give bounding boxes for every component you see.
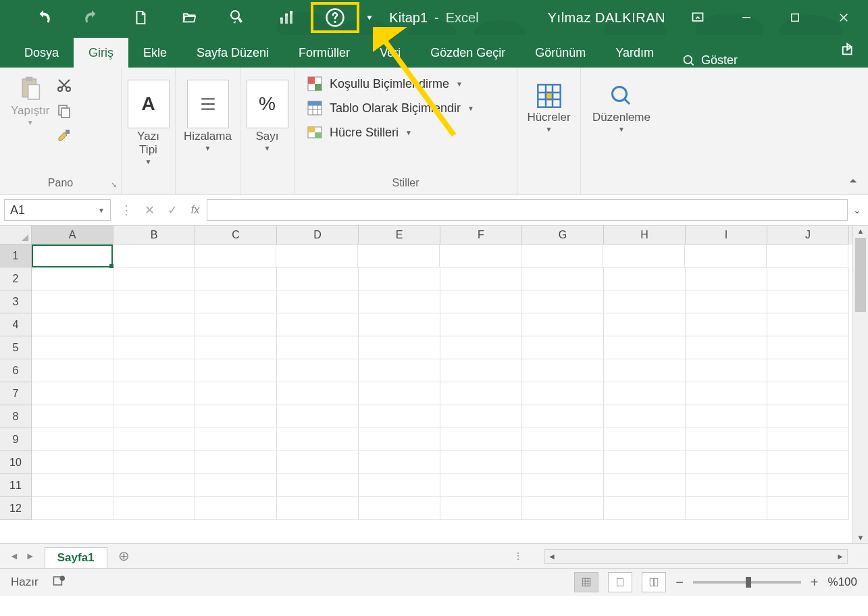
cell-F2[interactable] (440, 267, 522, 290)
row-header-6[interactable]: 6 (0, 359, 32, 382)
cell-I7[interactable] (686, 382, 767, 405)
open-file-button[interactable] (165, 0, 213, 35)
select-all-button[interactable] (0, 226, 32, 245)
zoom-out-button[interactable]: − (675, 575, 684, 590)
macro-record-button[interactable] (52, 575, 66, 590)
cell-C8[interactable] (195, 405, 277, 428)
cell-F4[interactable] (440, 313, 522, 336)
tab-ekle[interactable]: Ekle (128, 38, 182, 68)
cell-D12[interactable] (277, 497, 359, 520)
ribbon-display-button[interactable] (673, 0, 722, 35)
paste-button[interactable]: Yapıştır ▼ (7, 73, 53, 129)
cell-J4[interactable] (767, 313, 849, 336)
cells-button[interactable]: Hücreler ▼ (523, 80, 574, 136)
cell-D2[interactable] (277, 267, 359, 290)
cell-E12[interactable] (359, 497, 440, 520)
cell-G2[interactable] (522, 267, 604, 290)
cell-J11[interactable] (767, 474, 849, 497)
cell-H8[interactable] (604, 405, 686, 428)
row-header-7[interactable]: 7 (0, 382, 32, 405)
touch-mode-button[interactable] (213, 0, 262, 35)
cancel-formula-button[interactable]: ✕ (138, 203, 161, 217)
cell-J10[interactable] (767, 451, 849, 474)
cell-E9[interactable] (359, 428, 440, 451)
cell-C6[interactable] (195, 359, 277, 382)
column-header-B[interactable]: B (113, 226, 195, 245)
cell-I5[interactable] (686, 336, 767, 359)
zoom-in-button[interactable]: + (811, 575, 819, 590)
cell-B9[interactable] (113, 428, 195, 451)
cell-D8[interactable] (277, 405, 359, 428)
cell-G12[interactable] (522, 497, 604, 520)
cell-E10[interactable] (359, 451, 440, 474)
cell-H12[interactable] (604, 497, 686, 520)
tab-veri[interactable]: Veri (365, 38, 415, 68)
tab-dosya[interactable]: Dosya (9, 38, 74, 68)
tab-gorunum[interactable]: Görünüm (520, 38, 601, 68)
tab-sayfa-duzeni[interactable]: Sayfa Düzeni (182, 38, 284, 68)
expand-formula-bar-button[interactable]: ⌄ (853, 205, 861, 215)
new-sheet-button[interactable]: ⊕ (118, 548, 130, 564)
cell-C3[interactable] (195, 290, 277, 313)
column-header-C[interactable]: C (195, 226, 277, 245)
row-header-3[interactable]: 3 (0, 290, 32, 313)
cell-A8[interactable] (32, 405, 113, 428)
cell-J7[interactable] (767, 382, 849, 405)
cell-E4[interactable] (359, 313, 440, 336)
maximize-button[interactable] (771, 0, 819, 35)
close-button[interactable] (819, 0, 868, 35)
cell-F11[interactable] (440, 474, 522, 497)
column-header-G[interactable]: G (522, 226, 604, 245)
scroll-left-button[interactable]: ◄ (545, 552, 559, 561)
cell-B1[interactable] (113, 245, 195, 267)
minimize-button[interactable] (722, 0, 771, 35)
row-header-11[interactable]: 11 (0, 474, 32, 497)
cell-B11[interactable] (113, 474, 195, 497)
cell-F1[interactable] (440, 245, 521, 267)
cell-G5[interactable] (522, 336, 604, 359)
cell-J9[interactable] (767, 428, 849, 451)
column-header-F[interactable]: F (440, 226, 522, 245)
tell-me-search[interactable]: Göster (682, 53, 738, 68)
cell-B3[interactable] (113, 290, 195, 313)
cell-A3[interactable] (32, 290, 113, 313)
insert-function-button[interactable]: fx (184, 204, 207, 216)
cell-J5[interactable] (767, 336, 849, 359)
cell-J2[interactable] (767, 267, 849, 290)
tab-giris[interactable]: Giriş (74, 38, 128, 68)
help-button[interactable] (311, 0, 359, 35)
cell-I1[interactable] (685, 245, 767, 267)
cell-I3[interactable] (686, 290, 767, 313)
cell-D3[interactable] (277, 290, 359, 313)
cell-F12[interactable] (440, 497, 522, 520)
cell-G11[interactable] (522, 474, 604, 497)
cell-E7[interactable] (359, 382, 440, 405)
copy-button[interactable] (56, 103, 75, 122)
zoom-slider[interactable] (693, 581, 801, 584)
cell-F10[interactable] (440, 451, 522, 474)
cell-A10[interactable] (32, 451, 113, 474)
cell-I4[interactable] (686, 313, 767, 336)
cell-A2[interactable] (32, 267, 113, 290)
cell-G7[interactable] (522, 382, 604, 405)
column-header-A[interactable]: A (32, 226, 113, 245)
column-header-I[interactable]: I (686, 226, 767, 245)
cell-A7[interactable] (32, 382, 113, 405)
cell-G6[interactable] (522, 359, 604, 382)
cell-I2[interactable] (686, 267, 767, 290)
row-header-1[interactable]: 1 (0, 245, 32, 267)
cell-A1[interactable] (32, 245, 113, 267)
cell-J6[interactable] (767, 359, 849, 382)
pano-launcher[interactable]: ↘ (111, 180, 117, 189)
cell-E8[interactable] (359, 405, 440, 428)
cell-E11[interactable] (359, 474, 440, 497)
cell-D9[interactable] (277, 428, 359, 451)
cell-H10[interactable] (604, 451, 686, 474)
cell-J1[interactable] (767, 245, 848, 267)
qat-customize-button[interactable]: ▼ (359, 0, 380, 35)
cell-J3[interactable] (767, 290, 849, 313)
cell-C11[interactable] (195, 474, 277, 497)
zoom-knob[interactable] (746, 577, 751, 588)
editing-button[interactable]: Düzenleme ▼ (588, 80, 655, 136)
tab-yardim[interactable]: Yardım (601, 38, 669, 68)
